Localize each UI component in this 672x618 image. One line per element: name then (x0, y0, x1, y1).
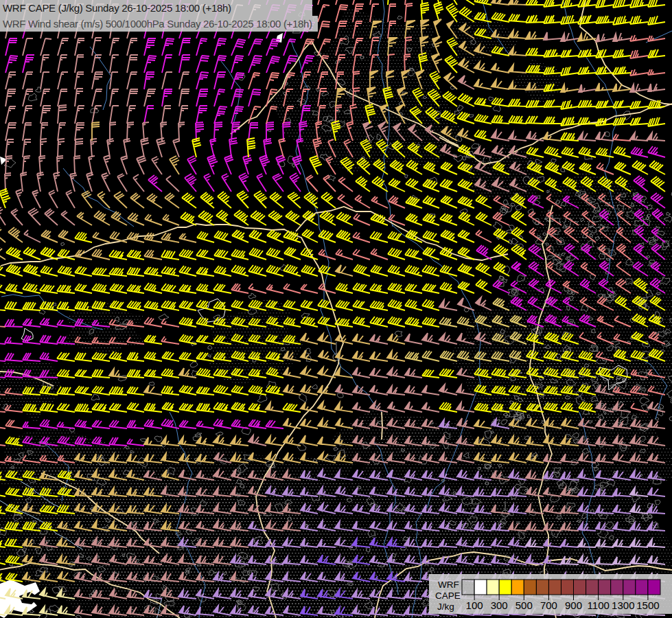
svg-text:100: 100 (466, 599, 483, 611)
svg-text:WRF CAPE (J/kg) Sunday 26-10-2: WRF CAPE (J/kg) Sunday 26-10-2025 18:00 … (3, 2, 231, 14)
svg-text:WRF Wind shear (m/s) 500/1000h: WRF Wind shear (m/s) 500/1000hPa Sunday … (3, 18, 312, 30)
svg-text:CAPE: CAPE (435, 591, 461, 601)
svg-text:500: 500 (515, 599, 533, 611)
svg-text:1500: 1500 (636, 599, 659, 611)
svg-text:1300: 1300 (612, 599, 634, 611)
svg-text:900: 900 (565, 599, 582, 611)
svg-text:300: 300 (491, 599, 508, 611)
svg-text:WRF: WRF (438, 580, 459, 590)
svg-text:1100: 1100 (588, 599, 610, 611)
svg-text:700: 700 (540, 599, 557, 611)
svg-text:J/kg: J/kg (437, 602, 454, 612)
